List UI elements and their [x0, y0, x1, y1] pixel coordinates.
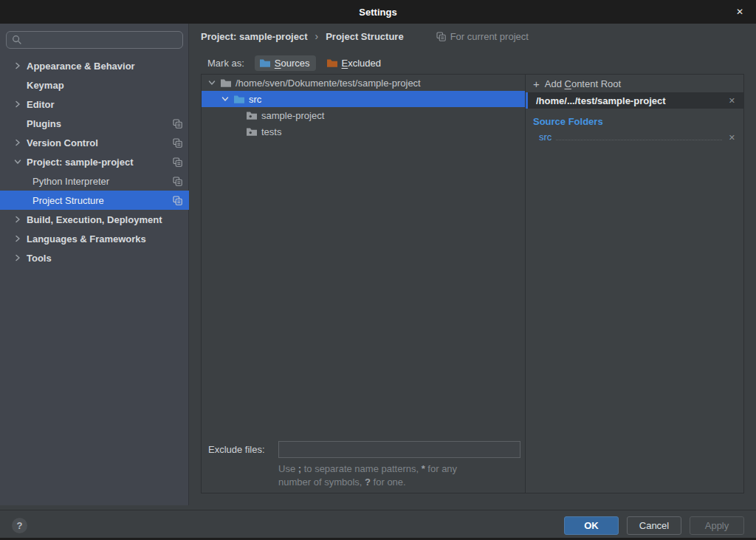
content-roots-panel: + Add Content Root /home/.../test/sample…	[525, 74, 744, 493]
add-content-root-button[interactable]: + Add Content Root	[526, 75, 743, 92]
sidebar-item-project[interactable]: Project: sample-project	[0, 152, 189, 171]
close-icon[interactable]: ✕	[731, 0, 749, 24]
breadcrumb: Project: sample-project › Project Struct…	[201, 28, 529, 44]
sidebar-item-editor[interactable]: Editor	[0, 95, 189, 114]
search-input[interactable]	[22, 35, 182, 46]
remove-source-folder-icon[interactable]: ✕	[726, 133, 738, 143]
tree-row-sample-project[interactable]: sample-project	[202, 107, 525, 123]
exclude-files-hint: Use ; to separate name patterns, * for a…	[278, 462, 515, 489]
settings-nav: Appearance & Behavior Keymap Editor Plug…	[0, 56, 189, 267]
apply-button: Apply	[690, 516, 744, 535]
per-project-settings-icon	[173, 157, 182, 167]
exclude-files-label: Exclude files:	[208, 444, 278, 455]
dialog-title: Settings	[359, 7, 396, 18]
per-project-settings-icon	[173, 177, 182, 186]
breadcrumb-project: Project: sample-project	[201, 31, 308, 42]
sidebar-item-appearance-behavior[interactable]: Appearance & Behavior	[0, 56, 189, 75]
source-folder-name: src	[539, 131, 551, 143]
per-project-settings-icon	[173, 138, 182, 148]
exclude-files-input[interactable]	[278, 441, 520, 458]
folder-icon	[220, 78, 232, 88]
page-title: Project Structure	[326, 31, 403, 42]
content-root-row[interactable]: /home/.../test/sample-project ✕	[526, 92, 743, 109]
source-folders-heading: Source Folders	[533, 116, 743, 127]
per-project-settings-icon	[436, 32, 446, 41]
search-icon	[12, 35, 22, 45]
per-project-settings-icon	[173, 119, 182, 129]
sidebar-item-python-interpreter[interactable]: Python Interpreter	[0, 171, 189, 191]
dotted-leader	[556, 130, 721, 140]
excluded-folder-icon	[326, 58, 338, 68]
help-button[interactable]: ?	[12, 518, 27, 533]
chevron-right-icon	[13, 215, 27, 224]
dialog-footer: ? OK Cancel Apply	[0, 510, 756, 540]
mark-sources-button[interactable]: Sources	[255, 55, 316, 71]
settings-sidebar: Appearance & Behavior Keymap Editor Plug…	[0, 24, 189, 505]
source-folder-row[interactable]: src ✕	[526, 129, 743, 144]
sidebar-item-plugins[interactable]: Plugins	[0, 114, 189, 133]
chevron-down-icon[interactable]	[207, 78, 216, 87]
chevron-right-icon	[13, 100, 27, 109]
folder-icon	[246, 110, 258, 120]
content-root-path: /home/.../test/sample-project	[536, 95, 726, 106]
breadcrumb-separator: ›	[315, 30, 319, 42]
chevron-down-icon	[13, 157, 27, 166]
exclude-files-section: Exclude files: Use ; to separate name pa…	[202, 441, 525, 489]
sidebar-item-keymap[interactable]: Keymap	[0, 75, 189, 95]
chevron-down-icon[interactable]	[221, 95, 230, 103]
sidebar-item-build-execution-deployment[interactable]: Build, Execution, Deployment	[0, 210, 189, 229]
plus-icon: +	[533, 78, 540, 90]
sources-folder-icon	[259, 58, 271, 68]
per-project-settings-icon	[173, 196, 182, 205]
tree-row-src[interactable]: src	[202, 91, 525, 107]
chevron-right-icon	[13, 234, 27, 243]
chevron-right-icon	[13, 61, 27, 70]
mark-as-toolbar: Mark as: Sources Excluded	[207, 53, 387, 72]
scope-note: For current project	[436, 31, 529, 42]
remove-content-root-icon[interactable]: ✕	[726, 96, 738, 106]
sidebar-item-languages-frameworks[interactable]: Languages & Frameworks	[0, 229, 189, 248]
dialog-titlebar: Settings ✕	[0, 0, 756, 24]
tree-row-tests[interactable]: tests	[202, 123, 525, 140]
cancel-button[interactable]: Cancel	[627, 516, 681, 535]
sidebar-item-version-control[interactable]: Version Control	[0, 133, 189, 152]
folder-icon	[246, 126, 258, 137]
chevron-right-icon	[13, 253, 27, 262]
directory-tree-panel: /home/sven/Dokumente/test/sample-project…	[201, 74, 526, 493]
ok-button[interactable]: OK	[564, 516, 619, 535]
mark-as-label: Mark as:	[207, 58, 244, 69]
sidebar-item-tools[interactable]: Tools	[0, 248, 189, 267]
source-folder-icon	[233, 94, 245, 104]
sidebar-item-project-structure[interactable]: Project Structure	[0, 191, 189, 210]
chevron-right-icon	[13, 138, 27, 147]
tree-row-content-root[interactable]: /home/sven/Dokumente/test/sample-project	[202, 75, 525, 91]
search-field[interactable]	[6, 31, 183, 49]
mark-excluded-button[interactable]: Excluded	[322, 55, 387, 71]
